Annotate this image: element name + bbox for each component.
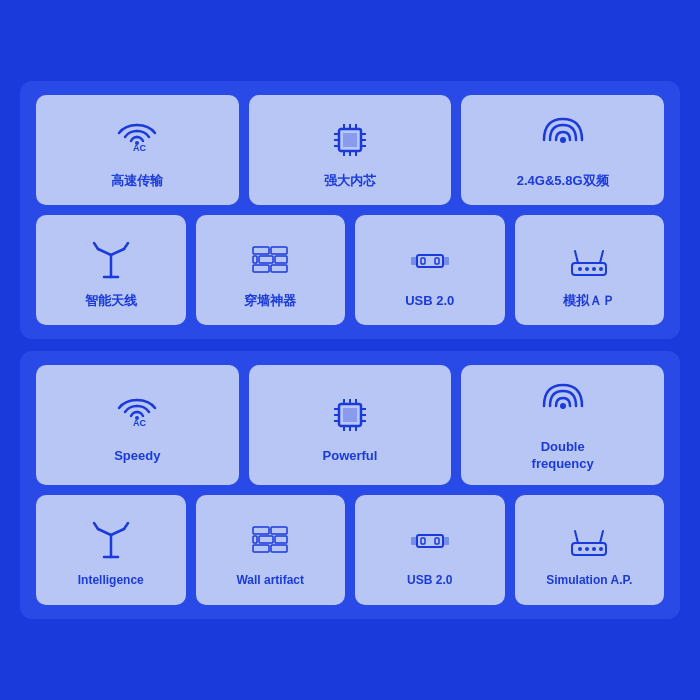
usb-icon-en xyxy=(405,515,455,565)
wall-icon xyxy=(245,235,295,285)
chinese-row2: 智能天线 穿墙神器 USB 2.0 模拟ＡＰ xyxy=(36,215,664,325)
chinese-row1: 高速传输 强大内芯 2.4G&5.8G双频 xyxy=(36,95,664,205)
card-wall-penetrate: 穿墙神器 xyxy=(196,215,346,325)
antenna-icon-en xyxy=(86,515,136,565)
card-label-powerful-core: 强大内芯 xyxy=(324,173,376,190)
card-label-usb: USB 2.0 xyxy=(405,293,454,310)
signal-icon xyxy=(538,115,588,165)
english-row1: Speedy Powerful Double frequency xyxy=(36,365,664,485)
card-simulation-ap: Simulation A.P. xyxy=(515,495,665,605)
card-label-double-freq: Double frequency xyxy=(532,439,594,473)
card-label-sim-ap: 模拟ＡＰ xyxy=(563,293,615,310)
card-speedy: Speedy xyxy=(36,365,239,485)
chip-icon-en xyxy=(325,390,375,440)
signal-icon-en xyxy=(538,381,588,431)
wall-icon-en xyxy=(245,515,295,565)
chip-icon xyxy=(325,115,375,165)
card-sim-ap: 模拟ＡＰ xyxy=(515,215,665,325)
card-label-dual-freq: 2.4G&5.8G双频 xyxy=(517,173,609,190)
card-dual-freq: 2.4G&5.8G双频 xyxy=(461,95,664,205)
card-label-simulation-ap: Simulation A.P. xyxy=(546,573,632,589)
card-label-wall-artifact: Wall artifact xyxy=(236,573,304,589)
card-powerful-core: 强大内芯 xyxy=(249,95,452,205)
card-wall-artifact: Wall artifact xyxy=(196,495,346,605)
card-label-intelligence: Intelligence xyxy=(78,573,144,589)
card-usb: USB 2.0 xyxy=(355,215,505,325)
english-row2: Intelligence Wall artifact USB 2.0 Simul… xyxy=(36,495,664,605)
card-powerful: Powerful xyxy=(249,365,452,485)
card-intelligence: Intelligence xyxy=(36,495,186,605)
usb-icon xyxy=(405,235,455,285)
card-label-wall-penetrate: 穿墙神器 xyxy=(244,293,296,310)
card-double-freq: Double frequency xyxy=(461,365,664,485)
wifi-ac-icon-en xyxy=(112,390,162,440)
card-label-usb2: USB 2.0 xyxy=(407,573,452,589)
card-usb2: USB 2.0 xyxy=(355,495,505,605)
antenna-icon xyxy=(86,235,136,285)
card-label-powerful: Powerful xyxy=(323,448,378,465)
card-label-fast-transfer: 高速传输 xyxy=(111,173,163,190)
english-section: Speedy Powerful Double frequency Intelli… xyxy=(20,351,680,619)
router-icon xyxy=(564,235,614,285)
card-fast-transfer: 高速传输 xyxy=(36,95,239,205)
card-label-speedy: Speedy xyxy=(114,448,160,465)
wifi-ac-icon xyxy=(112,115,162,165)
router-icon-en xyxy=(564,515,614,565)
chinese-section: 高速传输 强大内芯 2.4G&5.8G双频 智能天线 穿墙神器 xyxy=(20,81,680,339)
card-label-smart-antenna: 智能天线 xyxy=(85,293,137,310)
card-smart-antenna: 智能天线 xyxy=(36,215,186,325)
